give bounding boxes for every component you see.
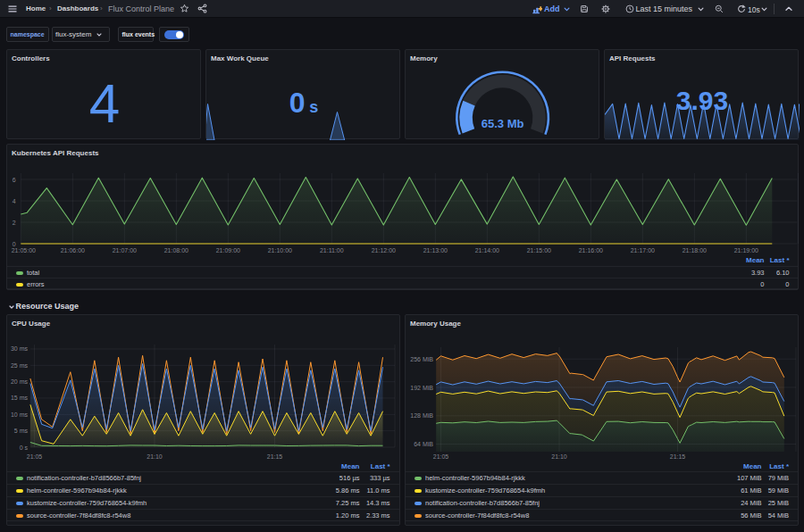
svg-text:21:16:00: 21:16:00 [579,247,603,254]
svg-text:20 ms: 20 ms [11,378,29,385]
svg-text:6: 6 [13,177,16,183]
svg-text:21:09:00: 21:09:00 [216,247,240,254]
svg-text:21:18:00: 21:18:00 [683,247,707,254]
svg-text:128 MiB: 128 MiB [410,412,433,419]
svg-text:21:08:00: 21:08:00 [164,247,188,254]
svg-text:21:14:00: 21:14:00 [475,247,499,254]
svg-text:64 MiB: 64 MiB [414,441,433,447]
svg-text:21:10: 21:10 [551,453,567,460]
svg-text:21:10:00: 21:10:00 [268,247,292,254]
svg-text:21:11:00: 21:11:00 [320,247,344,254]
svg-text:21:05:00: 21:05:00 [12,247,36,254]
svg-text:21:19:00: 21:19:00 [734,247,758,254]
svg-text:10 ms: 10 ms [11,411,29,418]
svg-text:21:12:00: 21:12:00 [372,247,396,254]
svg-text:0: 0 [13,241,16,247]
svg-text:15 ms: 15 ms [11,395,29,401]
svg-text:0 s: 0 s [20,445,29,451]
svg-text:21:05: 21:05 [27,453,43,460]
svg-text:30 ms: 30 ms [11,345,29,352]
svg-text:192 MiB: 192 MiB [410,385,433,391]
svg-text:21:15: 21:15 [267,453,283,460]
svg-text:21:15: 21:15 [670,453,686,460]
svg-text:2: 2 [13,220,16,226]
svg-text:21:13:00: 21:13:00 [423,247,448,254]
svg-text:21:05: 21:05 [433,453,449,460]
svg-text:21:06:00: 21:06:00 [61,247,85,254]
svg-text:5 ms: 5 ms [14,428,29,434]
svg-text:21:10: 21:10 [147,453,163,460]
svg-text:25 ms: 25 ms [11,362,29,369]
svg-text:21:07:00: 21:07:00 [113,247,137,254]
svg-text:256 MiB: 256 MiB [410,356,433,362]
svg-text:65.3 Mb: 65.3 Mb [482,117,524,130]
svg-text:21:15:00: 21:15:00 [527,247,551,254]
svg-text:21:17:00: 21:17:00 [631,247,655,254]
svg-text:4: 4 [13,198,16,204]
